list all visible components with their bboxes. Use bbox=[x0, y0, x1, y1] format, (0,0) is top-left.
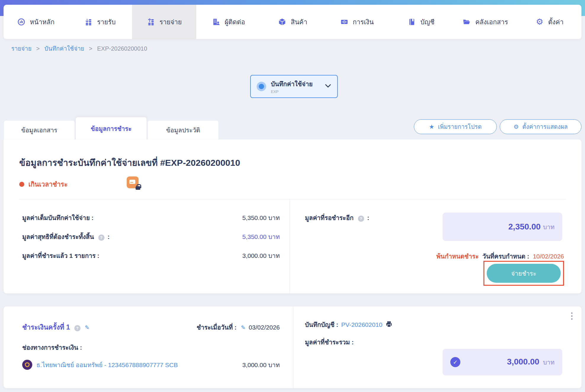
net-value: 5,350.00 บาท bbox=[242, 232, 280, 242]
overdue-badge: พ้นกำหนดชำระ bbox=[436, 253, 479, 260]
tab-label: ข้อมูลประวัติ bbox=[166, 125, 200, 135]
nav-item-products[interactable]: สินค้า bbox=[261, 5, 325, 39]
channel-label: ช่องทางการชำระเงิน : bbox=[22, 343, 82, 352]
doc-type-dropdown[interactable]: บันทึกค่าใช้จ่าย EXP bbox=[250, 75, 338, 98]
net-value-label: มูลค่าสุทธิที่ต้องชำระทั้งสิ้น bbox=[22, 233, 94, 240]
paid-value-label: มูลค่าที่ชำระแล้ว 1 รายการ : bbox=[22, 251, 99, 261]
check-circle-icon: ✓ bbox=[450, 357, 460, 367]
breadcrumb: รายจ่าย > บันทึกค่าใช้จ่าย > EXP-2026020… bbox=[11, 44, 147, 53]
record-help-icon[interactable]: ? bbox=[74, 325, 81, 331]
pending-amount-unit: บาท bbox=[543, 222, 555, 232]
edit-record-icon[interactable]: ✎ bbox=[85, 324, 89, 331]
nav-item-accounting[interactable]: บัญชี bbox=[389, 5, 453, 39]
paid-date-label: ชำระเมื่อวันที่ : bbox=[197, 324, 237, 331]
payment-status: เกินเวลาชำระ bbox=[19, 179, 68, 189]
net-value-row: มูลค่าสุทธิที่ต้องชำระทั้งสิ้น ? : 5,350… bbox=[22, 232, 280, 242]
record-title: ชำระเงินครั้งที่ 1 bbox=[22, 323, 70, 331]
locked-document-icon bbox=[127, 176, 139, 188]
total-paid-label: มูลค่าที่ชำระรวม : bbox=[305, 337, 354, 347]
record-title-group: ชำระเงินครั้งที่ 1 ? ✎ bbox=[22, 322, 89, 332]
pending-help-icon[interactable]: ? bbox=[358, 216, 364, 222]
nav-label: การเงิน bbox=[353, 17, 374, 27]
add-favorite-button[interactable]: ★ เพิ่มรายการโปรด bbox=[414, 119, 497, 134]
bank-amount: 3,000.00 บาท bbox=[242, 360, 280, 370]
nav-item-settings[interactable]: ⚙ ตั้งค่า bbox=[517, 5, 581, 39]
expense-icon bbox=[147, 17, 155, 26]
breadcrumb-expense-record[interactable]: บันทึกค่าใช้จ่าย bbox=[44, 44, 84, 53]
nav-item-expense[interactable]: รายจ่าย bbox=[132, 5, 196, 39]
nav-label: ตั้งค่า bbox=[548, 17, 564, 27]
nav-label: ผู้ติดต่อ bbox=[225, 17, 245, 27]
tab-label: ข้อมูลเอกสาร bbox=[21, 125, 57, 135]
contacts-icon bbox=[212, 17, 221, 26]
bank-account-link[interactable]: ธ.ไทยพาณิชย์ ออมทรัพย์ - 123456788890777… bbox=[36, 360, 242, 370]
nav-item-home[interactable]: หน้าหลัก bbox=[4, 5, 68, 39]
pending-amount-box: 2,350.00 บาท bbox=[443, 213, 562, 241]
breadcrumb-expense[interactable]: รายจ่าย bbox=[11, 44, 31, 53]
nav-label: สินค้า bbox=[291, 17, 307, 27]
products-icon bbox=[278, 17, 287, 26]
journal-link[interactable]: PV-202602010 bbox=[341, 321, 382, 328]
paid-date-value: 03/02/2026 bbox=[249, 324, 280, 331]
net-value-help-icon[interactable]: ? bbox=[98, 234, 105, 241]
gear-icon: ⚙ bbox=[513, 124, 519, 130]
payment-record-card: ชำระเงินครั้งที่ 1 ? ✎ ชำระเมื่อวันที่ :… bbox=[4, 306, 581, 388]
total-paid-amount-group: 3,000.00 บาท bbox=[460, 357, 555, 367]
pending-label-group: มูลค่าที่รอชำระอีก ? : bbox=[305, 213, 369, 223]
pay-button-highlight-box: จ่ายชำระ bbox=[483, 261, 564, 286]
radio-selected-icon bbox=[257, 82, 266, 91]
total-paid-box: ✓ 3,000.00 บาท bbox=[443, 349, 562, 375]
total-paid-unit: บาท bbox=[543, 359, 555, 366]
doc-type-code: EXP bbox=[271, 89, 325, 94]
settings-icon: ⚙ bbox=[535, 17, 544, 26]
nav-item-documents[interactable]: คลังเอกสาร bbox=[453, 5, 517, 39]
print-icon[interactable] bbox=[385, 321, 393, 329]
tab-document-info[interactable]: ข้อมูลเอกสาร bbox=[4, 120, 75, 140]
full-value-row: มูลค่าเต็มบันทึกค่าใช้จ่าย : 5,350.00 บา… bbox=[22, 213, 280, 223]
full-value: 5,350.00 บาท bbox=[242, 213, 280, 223]
add-favorite-label: เพิ่มรายการโปรด bbox=[438, 122, 482, 131]
tab-payment-info[interactable]: ข้อมูลการชำระ bbox=[75, 117, 147, 140]
total-paid-amount: 3,000.00 bbox=[507, 357, 539, 366]
journal-label: บันทึกบัญชี : bbox=[305, 320, 338, 330]
payment-info-card: ข้อมูลการชำระบันทึกค่าใช้จ่ายเลขที่ #EXP… bbox=[4, 139, 581, 293]
pay-button[interactable]: จ่ายชำระ bbox=[487, 264, 561, 283]
pending-colon: : bbox=[367, 214, 369, 221]
breadcrumb-current-doc: EXP-20260200010 bbox=[97, 45, 147, 52]
income-icon bbox=[84, 17, 93, 26]
documents-icon bbox=[462, 17, 471, 26]
summary-vertical-divider bbox=[290, 199, 290, 293]
doc-type-texts: บันทึกค่าใช้จ่าย EXP bbox=[271, 79, 325, 94]
chevron-down-icon bbox=[325, 84, 331, 89]
nav-item-contacts[interactable]: ผู้ติดต่อ bbox=[196, 5, 261, 39]
net-value-colon: : bbox=[107, 233, 110, 240]
main-navbar: หน้าหลัก รายรับ รายจ่าย ผู้ติดต่อ สินค้า bbox=[4, 5, 581, 39]
bank-account-row: ธ.ไทยพาณิชย์ ออมทรัพย์ - 123456788890777… bbox=[22, 360, 280, 370]
summary-top-divider bbox=[19, 199, 566, 199]
nav-label: บัญชี bbox=[420, 17, 435, 27]
record-menu-kebab-icon[interactable] bbox=[571, 312, 573, 320]
status-label: เกินเวลาชำระ bbox=[28, 179, 68, 189]
dashboard-icon bbox=[17, 17, 26, 26]
status-dot-icon bbox=[19, 182, 24, 187]
nav-item-finance[interactable]: การเงิน bbox=[324, 5, 389, 39]
pending-label: มูลค่าที่รอชำระอีก bbox=[305, 214, 353, 221]
journal-row: บันทึกบัญชี : PV-202602010 bbox=[305, 320, 393, 330]
accounting-icon bbox=[407, 17, 416, 26]
overdue-row: พ้นกำหนดชำระ วันที่ครบกำหนด : 10/02/2026 bbox=[305, 251, 564, 261]
due-date-value: 10/02/2026 bbox=[533, 253, 564, 260]
display-settings-button[interactable]: ⚙ ตั้งค่าการแสดงผล bbox=[500, 119, 581, 134]
pending-amount: 2,350.00 bbox=[508, 222, 541, 232]
scb-bank-logo-icon bbox=[22, 360, 32, 370]
tab-label: ข้อมูลการชำระ bbox=[91, 124, 131, 134]
due-date-label: วันที่ครบกำหนด : bbox=[483, 253, 529, 260]
nav-label: หน้าหลัก bbox=[30, 17, 54, 27]
tab-history-info[interactable]: ข้อมูลประวัติ bbox=[147, 120, 219, 140]
nav-item-income[interactable]: รายรับ bbox=[68, 5, 132, 39]
edit-date-icon[interactable]: ✎ bbox=[241, 324, 246, 331]
doc-type-label: บันทึกค่าใช้จ่าย bbox=[271, 79, 325, 89]
nav-label: รายรับ bbox=[97, 17, 116, 27]
nav-label: รายจ่าย bbox=[160, 17, 182, 27]
finance-icon bbox=[340, 17, 349, 26]
app-screen: หน้าหลัก รายรับ รายจ่าย ผู้ติดต่อ สินค้า bbox=[0, 0, 585, 392]
